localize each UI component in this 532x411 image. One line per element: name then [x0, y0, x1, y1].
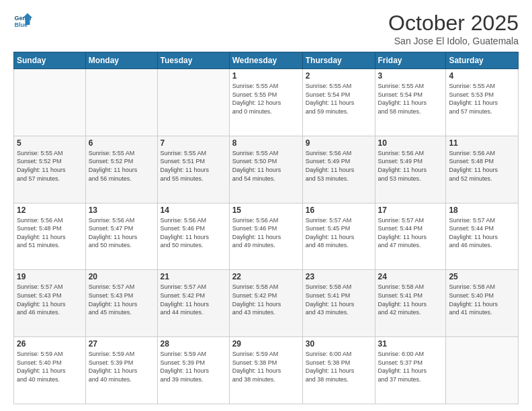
- day-info: Sunrise: 5:55 AM Sunset: 5:53 PM Dayligh…: [449, 82, 515, 116]
- day-info: Sunrise: 6:00 AM Sunset: 5:37 PM Dayligh…: [378, 350, 443, 383]
- day-info: Sunrise: 5:56 AM Sunset: 5:46 PM Dayligh…: [232, 216, 300, 250]
- table-row: 22Sunrise: 5:58 AM Sunset: 5:42 PM Dayli…: [229, 270, 302, 337]
- day-number: 21: [161, 272, 226, 281]
- day-number: 23: [306, 272, 372, 281]
- day-number: 10: [378, 138, 443, 148]
- day-info: Sunrise: 5:55 AM Sunset: 5:55 PM Dayligh…: [232, 82, 300, 116]
- col-wednesday: Wednesday: [229, 52, 302, 69]
- day-info: Sunrise: 5:56 AM Sunset: 5:48 PM Dayligh…: [17, 216, 83, 250]
- day-info: Sunrise: 5:59 AM Sunset: 5:40 PM Dayligh…: [17, 350, 83, 383]
- col-tuesday: Tuesday: [157, 52, 229, 69]
- day-number: 2: [306, 71, 372, 81]
- day-info: Sunrise: 5:57 AM Sunset: 5:43 PM Dayligh…: [89, 283, 154, 316]
- calendar-body: 1Sunrise: 5:55 AM Sunset: 5:55 PM Daylig…: [14, 69, 519, 404]
- logo: General Blue: [13, 11, 35, 30]
- logo-icon: General Blue: [13, 11, 32, 30]
- calendar-week-2: 5Sunrise: 5:55 AM Sunset: 5:52 PM Daylig…: [14, 136, 519, 203]
- day-info: Sunrise: 5:57 AM Sunset: 5:45 PM Dayligh…: [306, 216, 372, 250]
- table-row: 10Sunrise: 5:56 AM Sunset: 5:49 PM Dayli…: [375, 136, 446, 203]
- table-row: 27Sunrise: 5:59 AM Sunset: 5:39 PM Dayli…: [85, 337, 157, 404]
- table-row: [446, 337, 519, 404]
- day-number: 29: [232, 339, 300, 349]
- day-number: 17: [378, 205, 443, 215]
- table-row: 2Sunrise: 5:55 AM Sunset: 5:54 PM Daylig…: [302, 69, 375, 136]
- table-row: 18Sunrise: 5:57 AM Sunset: 5:44 PM Dayli…: [446, 203, 519, 270]
- table-row: 11Sunrise: 5:56 AM Sunset: 5:48 PM Dayli…: [446, 136, 519, 203]
- day-info: Sunrise: 5:56 AM Sunset: 5:48 PM Dayligh…: [449, 149, 515, 183]
- day-number: 14: [161, 205, 226, 215]
- col-thursday: Thursday: [302, 52, 375, 69]
- day-number: 25: [449, 272, 515, 281]
- day-number: 12: [17, 205, 83, 215]
- day-info: Sunrise: 5:57 AM Sunset: 5:44 PM Dayligh…: [449, 216, 515, 250]
- calendar-week-1: 1Sunrise: 5:55 AM Sunset: 5:55 PM Daylig…: [14, 69, 519, 136]
- col-friday: Friday: [375, 52, 446, 69]
- day-info: Sunrise: 5:55 AM Sunset: 5:50 PM Dayligh…: [232, 149, 300, 183]
- day-number: 15: [232, 205, 300, 215]
- day-number: 30: [306, 339, 372, 349]
- header-row: Sunday Monday Tuesday Wednesday Thursday…: [14, 52, 519, 69]
- day-number: 19: [17, 272, 83, 281]
- day-number: 7: [161, 138, 226, 148]
- table-row: 19Sunrise: 5:57 AM Sunset: 5:43 PM Dayli…: [14, 270, 86, 337]
- calendar-title: October 2025: [388, 11, 519, 36]
- calendar-week-5: 26Sunrise: 5:59 AM Sunset: 5:40 PM Dayli…: [14, 337, 519, 404]
- day-number: 3: [378, 71, 443, 81]
- day-info: Sunrise: 5:55 AM Sunset: 5:51 PM Dayligh…: [161, 149, 226, 183]
- day-info: Sunrise: 5:59 AM Sunset: 5:39 PM Dayligh…: [89, 350, 154, 383]
- table-row: 17Sunrise: 5:57 AM Sunset: 5:44 PM Dayli…: [375, 203, 446, 270]
- table-row: 5Sunrise: 5:55 AM Sunset: 5:52 PM Daylig…: [14, 136, 86, 203]
- day-number: 11: [449, 138, 515, 148]
- table-row: 13Sunrise: 5:56 AM Sunset: 5:47 PM Dayli…: [85, 203, 157, 270]
- day-number: 20: [89, 272, 154, 281]
- table-row: 25Sunrise: 5:58 AM Sunset: 5:40 PM Dayli…: [446, 270, 519, 337]
- day-info: Sunrise: 5:59 AM Sunset: 5:39 PM Dayligh…: [161, 350, 226, 383]
- day-info: Sunrise: 5:59 AM Sunset: 5:38 PM Dayligh…: [232, 350, 300, 383]
- table-row: 24Sunrise: 5:58 AM Sunset: 5:41 PM Dayli…: [375, 270, 446, 337]
- table-row: 29Sunrise: 5:59 AM Sunset: 5:38 PM Dayli…: [229, 337, 302, 404]
- calendar-week-3: 12Sunrise: 5:56 AM Sunset: 5:48 PM Dayli…: [14, 203, 519, 270]
- table-row: 12Sunrise: 5:56 AM Sunset: 5:48 PM Dayli…: [14, 203, 86, 270]
- table-row: 4Sunrise: 5:55 AM Sunset: 5:53 PM Daylig…: [446, 69, 519, 136]
- table-row: [157, 69, 229, 136]
- day-info: Sunrise: 6:00 AM Sunset: 5:38 PM Dayligh…: [306, 350, 372, 383]
- calendar-subtitle: San Jose El Idolo, Guatemala: [388, 36, 519, 46]
- col-saturday: Saturday: [446, 52, 519, 69]
- table-row: 28Sunrise: 5:59 AM Sunset: 5:39 PM Dayli…: [157, 337, 229, 404]
- day-info: Sunrise: 5:58 AM Sunset: 5:42 PM Dayligh…: [232, 283, 300, 316]
- table-row: [85, 69, 157, 136]
- day-info: Sunrise: 5:57 AM Sunset: 5:42 PM Dayligh…: [161, 283, 226, 316]
- table-row: 1Sunrise: 5:55 AM Sunset: 5:55 PM Daylig…: [229, 69, 302, 136]
- table-row: 14Sunrise: 5:56 AM Sunset: 5:46 PM Dayli…: [157, 203, 229, 270]
- calendar-page: General Blue October 2025 San Jose El Id…: [0, 0, 532, 411]
- header: General Blue October 2025 San Jose El Id…: [13, 11, 519, 46]
- day-info: Sunrise: 5:58 AM Sunset: 5:40 PM Dayligh…: [449, 283, 515, 316]
- day-number: 27: [89, 339, 154, 349]
- day-info: Sunrise: 5:57 AM Sunset: 5:43 PM Dayligh…: [17, 283, 83, 316]
- day-number: 28: [161, 339, 226, 349]
- calendar-table: Sunday Monday Tuesday Wednesday Thursday…: [13, 52, 519, 404]
- day-info: Sunrise: 5:56 AM Sunset: 5:49 PM Dayligh…: [378, 149, 443, 183]
- day-number: 18: [449, 205, 515, 215]
- day-number: 5: [17, 138, 83, 148]
- day-number: 31: [378, 339, 443, 349]
- table-row: 7Sunrise: 5:55 AM Sunset: 5:51 PM Daylig…: [157, 136, 229, 203]
- table-row: 30Sunrise: 6:00 AM Sunset: 5:38 PM Dayli…: [302, 337, 375, 404]
- day-number: 4: [449, 71, 515, 81]
- day-number: 6: [89, 138, 154, 148]
- day-number: 16: [306, 205, 372, 215]
- day-info: Sunrise: 5:56 AM Sunset: 5:46 PM Dayligh…: [161, 216, 226, 250]
- day-info: Sunrise: 5:55 AM Sunset: 5:54 PM Dayligh…: [378, 82, 443, 116]
- day-number: 24: [378, 272, 443, 281]
- table-row: 20Sunrise: 5:57 AM Sunset: 5:43 PM Dayli…: [85, 270, 157, 337]
- table-row: 6Sunrise: 5:55 AM Sunset: 5:52 PM Daylig…: [85, 136, 157, 203]
- table-row: 23Sunrise: 5:58 AM Sunset: 5:41 PM Dayli…: [302, 270, 375, 337]
- day-number: 26: [17, 339, 83, 349]
- table-row: [14, 69, 86, 136]
- day-info: Sunrise: 5:56 AM Sunset: 5:49 PM Dayligh…: [306, 149, 372, 183]
- table-row: 15Sunrise: 5:56 AM Sunset: 5:46 PM Dayli…: [229, 203, 302, 270]
- table-row: 26Sunrise: 5:59 AM Sunset: 5:40 PM Dayli…: [14, 337, 86, 404]
- table-row: 8Sunrise: 5:55 AM Sunset: 5:50 PM Daylig…: [229, 136, 302, 203]
- day-info: Sunrise: 5:55 AM Sunset: 5:52 PM Dayligh…: [89, 149, 154, 183]
- table-row: 16Sunrise: 5:57 AM Sunset: 5:45 PM Dayli…: [302, 203, 375, 270]
